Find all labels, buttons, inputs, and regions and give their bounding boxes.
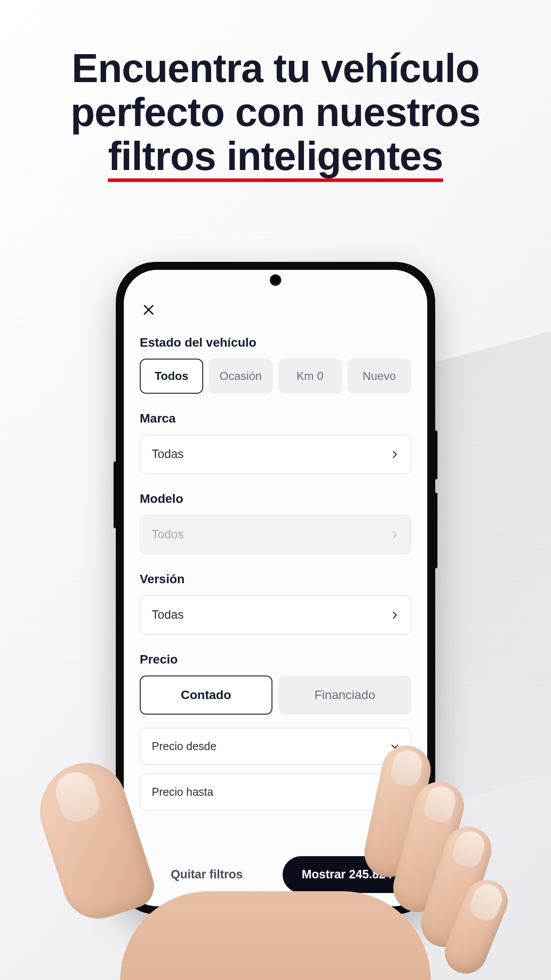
show-results-button[interactable]: Mostrar 245.824 bbox=[283, 856, 411, 893]
chevron-down-icon bbox=[390, 742, 399, 751]
version-value: Todas bbox=[152, 608, 184, 622]
modelo-label: Modelo bbox=[140, 492, 411, 506]
precio-tab-contado[interactable]: Contado bbox=[140, 676, 272, 715]
modelo-value: Todos bbox=[152, 528, 184, 541]
estado-chip-todos[interactable]: Todos bbox=[140, 359, 203, 394]
chevron-right-icon bbox=[390, 530, 399, 539]
version-select[interactable]: Todas bbox=[140, 595, 411, 635]
version-label: Versión bbox=[140, 572, 411, 586]
precio-hasta-label: Precio hasta bbox=[152, 786, 213, 798]
headline-line2: perfecto con nuestros bbox=[71, 90, 480, 134]
filter-screen: Estado del vehículo Todos Ocasión Km 0 N… bbox=[124, 270, 427, 906]
phone-side-button bbox=[114, 462, 116, 528]
clear-filters-button[interactable]: Quitar filtros bbox=[140, 856, 274, 893]
phone-mockup: Estado del vehículo Todos Ocasión Km 0 N… bbox=[116, 262, 435, 914]
marca-select[interactable]: Todas bbox=[140, 435, 411, 474]
promo-headline: Encuentra tu vehículo perfecto con nuest… bbox=[0, 0, 551, 178]
marca-value: Todas bbox=[152, 447, 184, 461]
headline-line3: filtros inteligentes bbox=[108, 134, 443, 178]
phone-volume-button bbox=[435, 431, 437, 479]
chevron-down-icon bbox=[390, 788, 399, 797]
close-button[interactable] bbox=[140, 301, 157, 319]
precio-tab-financiado[interactable]: Financiado bbox=[279, 676, 412, 715]
estado-label: Estado del vehículo bbox=[140, 336, 411, 350]
chevron-right-icon bbox=[390, 611, 399, 620]
precio-desde-label: Precio desde bbox=[152, 740, 216, 753]
phone-frame: Estado del vehículo Todos Ocasión Km 0 N… bbox=[116, 262, 435, 914]
estado-chip-km0[interactable]: Km 0 bbox=[278, 359, 342, 394]
phone-camera-notch bbox=[270, 274, 281, 286]
estado-chip-nuevo[interactable]: Nuevo bbox=[347, 359, 411, 394]
precio-desde-select[interactable]: Precio desde bbox=[140, 728, 411, 765]
precio-label: Precio bbox=[140, 652, 411, 667]
filter-footer: Quitar filtros Mostrar 245.824 bbox=[140, 847, 411, 893]
estado-options: Todos Ocasión Km 0 Nuevo bbox=[140, 359, 411, 394]
phone-power-button bbox=[435, 493, 437, 568]
precio-hasta-select[interactable]: Precio hasta bbox=[140, 774, 411, 810]
precio-tabs: Contado Financiado bbox=[140, 676, 411, 715]
estado-chip-ocasion[interactable]: Ocasión bbox=[209, 359, 272, 394]
headline-line1: Encuentra tu vehículo bbox=[71, 46, 479, 91]
marca-label: Marca bbox=[140, 411, 411, 426]
close-icon bbox=[142, 304, 155, 316]
phone-screen: Estado del vehículo Todos Ocasión Km 0 N… bbox=[124, 270, 427, 906]
modelo-select: Todos bbox=[140, 515, 411, 554]
chevron-right-icon bbox=[390, 450, 399, 459]
